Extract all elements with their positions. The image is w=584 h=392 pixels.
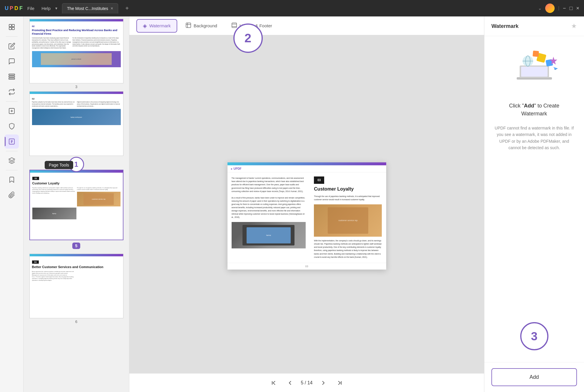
thumbnail-item-3[interactable]: 02 Promoting Best Practice and Reducing … bbox=[26, 19, 127, 89]
first-page-button[interactable] bbox=[268, 377, 280, 389]
thumbnail-item-5[interactable]: 1 03 Customer Loyalty Paperless banking … bbox=[26, 164, 127, 249]
right-panel-footer: Add bbox=[484, 362, 584, 392]
sidebar-divider-2 bbox=[6, 101, 18, 102]
add-watermark-button[interactable]: Add bbox=[491, 368, 577, 386]
background-icon bbox=[185, 22, 191, 29]
tab-title: The Most C...Institutes bbox=[67, 6, 108, 11]
favorite-star-button[interactable]: ★ bbox=[571, 22, 577, 30]
minimize-button[interactable]: − bbox=[563, 5, 566, 11]
prev-page-button[interactable] bbox=[284, 377, 296, 389]
dropdown-icon[interactable]: ▾ bbox=[55, 6, 57, 11]
svg-rect-0 bbox=[9, 24, 11, 27]
watermark-description: UPDF cannot find a watermark in this fil… bbox=[491, 125, 577, 151]
thumbnail-panel: 02 Promoting Best Practice and Reducing … bbox=[24, 16, 129, 392]
watermark-button[interactable]: ◈ Watermark bbox=[136, 19, 177, 33]
thumbnail-image-4: 02 Paperless adoption by the banks have … bbox=[29, 91, 123, 156]
watermark-icon: ◈ bbox=[143, 23, 147, 29]
avatar[interactable] bbox=[545, 4, 555, 13]
step-circle-3: 3 bbox=[520, 322, 548, 350]
app-logo: UPDF bbox=[5, 5, 23, 11]
sidebar-divider-3 bbox=[6, 151, 18, 151]
window-actions: ⌄ | − □ × bbox=[538, 4, 579, 13]
laptop-image: laptop bbox=[232, 222, 306, 248]
sidebar-divider-1 bbox=[6, 36, 18, 37]
pdf-page-number: 03 bbox=[227, 263, 386, 270]
thumbnail-item-4[interactable]: 02 Paperless adoption by the banks have … bbox=[26, 91, 127, 161]
click-to-add-text: Click "Add" to CreateWatermark bbox=[509, 102, 559, 118]
center-content: ◈ Watermark Background Header & Footer bbox=[129, 16, 484, 392]
sidebar-item-protect[interactable] bbox=[5, 119, 19, 133]
sidebar-divider-4 bbox=[6, 170, 18, 170]
watermark-label: Watermark bbox=[149, 23, 171, 28]
active-page-badge: 5 bbox=[72, 243, 81, 249]
svg-rect-21 bbox=[533, 51, 539, 57]
sidebar-item-page-tools[interactable] bbox=[5, 134, 19, 149]
logo-u: U bbox=[5, 5, 9, 11]
maximize-button[interactable]: □ bbox=[570, 5, 573, 11]
thumbnail-item-6[interactable]: 04 Better Customer Services and Communic… bbox=[26, 254, 127, 324]
pdf-logo: ▸ UPDF bbox=[227, 165, 386, 172]
close-button[interactable]: × bbox=[576, 5, 579, 11]
logo-p: P bbox=[10, 5, 13, 11]
active-indicator bbox=[5, 137, 6, 146]
sidebar-item-ocr[interactable] bbox=[5, 104, 19, 118]
logo-f: F bbox=[19, 5, 23, 11]
pdf-page: ▸ UPDF The management of banks' current … bbox=[227, 162, 386, 269]
total-pages: 14 bbox=[307, 380, 313, 385]
svg-rect-4 bbox=[9, 74, 15, 75]
svg-rect-2 bbox=[9, 27, 11, 30]
sidebar-item-bookmark[interactable] bbox=[5, 173, 19, 187]
right-panel-title: Watermark bbox=[491, 23, 518, 29]
svg-rect-5 bbox=[9, 76, 15, 77]
svg-rect-10 bbox=[186, 23, 191, 28]
sidebar-item-comment[interactable] bbox=[5, 54, 19, 68]
dropdown-chevron[interactable]: ⌄ bbox=[538, 6, 542, 11]
page-separator: / bbox=[305, 380, 307, 385]
thumbnail-image-6: 04 Better Customer Services and Communic… bbox=[29, 254, 123, 318]
thumbnail-number-3: 3 bbox=[75, 85, 77, 89]
customer-image: customer service rep bbox=[314, 204, 382, 237]
thumbnail-image-3: 02 Promoting Best Practice and Reducing … bbox=[29, 19, 123, 83]
title-bar: UPDF File Help ▾ The Most C...Institutes… bbox=[0, 0, 584, 16]
document-tab[interactable]: The Most C...Institutes × bbox=[62, 3, 118, 14]
pdf-left-column: The management of banks' current operati… bbox=[227, 172, 310, 263]
help-menu[interactable]: Help bbox=[41, 6, 51, 11]
last-page-button[interactable] bbox=[334, 377, 346, 389]
new-tab-button[interactable]: + bbox=[123, 4, 131, 13]
svg-rect-1 bbox=[12, 24, 14, 27]
chapter-badge: 03 bbox=[314, 176, 324, 184]
file-menu[interactable]: File bbox=[27, 6, 34, 11]
sidebar-item-attachment[interactable] bbox=[5, 188, 19, 202]
pdf-right-column: 03 Customer Loyalty Through the use of p… bbox=[310, 172, 386, 263]
sidebar-item-layers[interactable] bbox=[5, 154, 19, 168]
page-indicator: 5 / 14 bbox=[301, 380, 312, 386]
navigation-bar: 5 / 14 bbox=[129, 373, 484, 392]
background-button[interactable]: Background bbox=[180, 19, 223, 32]
chapter-title: Customer Loyalty bbox=[314, 186, 382, 192]
main-content: 02 Promoting Best Practice and Reducing … bbox=[0, 16, 584, 392]
sidebar-item-thumbnails[interactable] bbox=[5, 20, 19, 34]
step-circle-3-container: 3 bbox=[520, 313, 548, 350]
sidebar-item-edit[interactable] bbox=[5, 39, 19, 53]
watermark-illustration bbox=[508, 48, 561, 95]
sidebar-item-organize[interactable] bbox=[5, 70, 19, 84]
pdf-body: The management of banks' current operati… bbox=[227, 172, 386, 263]
thumbnail-image-5: 03 Customer Loyalty Paperless banking me… bbox=[29, 170, 123, 240]
svg-rect-18 bbox=[521, 67, 548, 77]
tab-close-button[interactable]: × bbox=[111, 6, 113, 11]
pdf-viewer: 2 ▸ UPDF The management of banks' curren… bbox=[129, 35, 484, 373]
menu-bar: File Help bbox=[27, 6, 51, 11]
svg-rect-6 bbox=[9, 78, 15, 79]
right-panel-header: Watermark ★ bbox=[484, 16, 584, 36]
toolbar: ◈ Watermark Background Header & Footer bbox=[129, 16, 484, 35]
background-label: Background bbox=[194, 23, 217, 28]
logo-d: D bbox=[14, 5, 18, 11]
right-panel: Watermark ★ bbox=[484, 16, 584, 392]
next-page-button[interactable] bbox=[317, 377, 329, 389]
sidebar-item-convert[interactable] bbox=[5, 85, 19, 99]
right-panel-body: Click "Add" to CreateWatermark UPDF cann… bbox=[484, 36, 584, 362]
thumbnail-number-6: 6 bbox=[75, 319, 77, 324]
left-sidebar bbox=[0, 16, 24, 392]
page-tools-tooltip: Page Tools bbox=[45, 161, 73, 169]
separator: | bbox=[558, 6, 559, 11]
